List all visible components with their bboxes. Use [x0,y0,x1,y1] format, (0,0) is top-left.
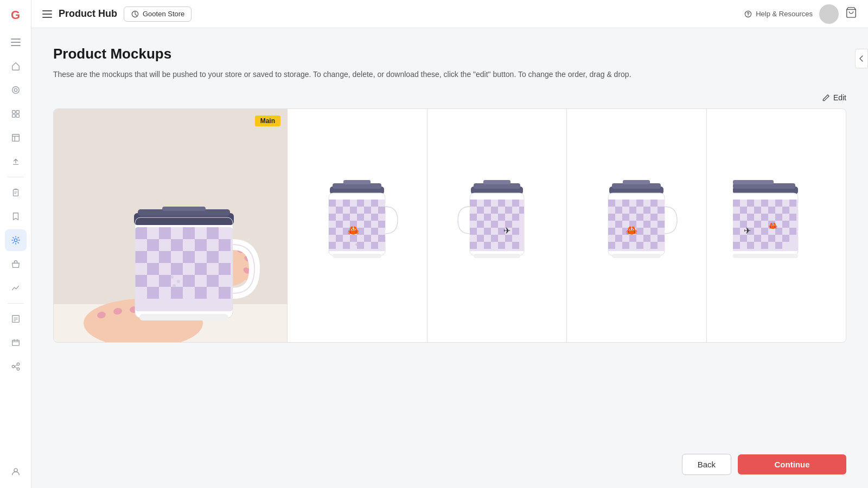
svg-rect-5 [12,111,15,113]
help-resources-label: Help & Resources [756,10,813,18]
svg-rect-8 [16,114,18,117]
svg-rect-148 [477,221,484,228]
page-title: Product Mockups [53,46,846,62]
svg-point-128 [352,240,354,242]
svg-rect-1 [11,42,21,43]
sidebar-item-orders[interactable] [5,79,27,101]
svg-point-88 [170,275,174,279]
svg-rect-107 [343,214,350,221]
svg-rect-110 [336,221,343,228]
svg-rect-182 [650,214,658,221]
svg-rect-122 [329,242,336,249]
svg-rect-105 [378,207,385,214]
help-resources-button[interactable]: Help & Resources [744,10,813,18]
sidebar-item-analytics[interactable] [5,277,27,299]
sidebar-item-clipboard[interactable] [5,182,27,203]
continue-button[interactable]: Continue [738,454,846,474]
sidebar-divider-1 [8,177,24,177]
mockup-thumb-4[interactable]: ✈ 🦀 [707,109,846,342]
svg-rect-2 [11,45,21,46]
sidebar-item-upload[interactable] [5,151,27,172]
sidebar-divider-2 [8,303,24,304]
svg-rect-76 [171,263,183,275]
edit-button[interactable]: Edit [822,93,846,102]
mockup-thumb-2[interactable]: ✈ [427,109,567,342]
svg-rect-31 [42,14,52,15]
svg-rect-7 [12,114,15,117]
svg-rect-185 [643,221,650,228]
svg-text:🦀: 🦀 [347,224,360,236]
svg-rect-203 [733,180,774,184]
svg-rect-103 [350,207,357,214]
mockup-thumbnails: 🦀 [287,109,846,342]
content-area: Product Mockups These are the mockups th… [31,28,868,441]
svg-rect-227 [761,228,768,235]
sidebar-item-products[interactable] [5,103,27,125]
svg-rect-224 [782,221,789,228]
svg-rect-120 [364,235,371,242]
svg-rect-83 [147,287,159,299]
svg-rect-172 [622,200,629,207]
sidebar-item-integrations[interactable] [5,356,27,377]
cart-icon[interactable] [845,7,857,21]
sidebar-item-bookmark[interactable] [5,206,27,227]
svg-rect-196 [622,242,629,249]
svg-rect-102 [336,207,343,214]
svg-point-15 [14,239,17,241]
svg-rect-114 [329,228,336,235]
sidebar-item-account[interactable] [5,461,27,483]
svg-rect-72 [159,251,171,263]
sidebar-item-menu[interactable] [5,31,27,53]
svg-rect-125 [371,242,378,249]
svg-rect-140 [477,207,484,214]
sidebar-item-history[interactable] [5,332,27,354]
sidebar-item-store[interactable] [5,253,27,275]
svg-rect-210 [775,200,782,207]
store-button[interactable]: Gooten Store [124,7,192,22]
svg-rect-186 [658,221,665,228]
svg-rect-216 [733,214,740,221]
svg-rect-174 [650,200,658,207]
mockup-main-image[interactable]: Main [54,109,287,342]
svg-rect-117 [371,228,378,235]
svg-rect-176 [629,207,636,214]
svg-rect-99 [343,200,350,207]
mockup-thumb-1[interactable]: 🦀 [288,109,427,342]
svg-rect-171 [608,200,615,207]
svg-rect-70 [219,239,231,251]
sidebar-item-templates[interactable] [5,127,27,149]
svg-rect-77 [195,263,207,275]
collapse-panel-button[interactable] [855,49,868,68]
sidebar-item-reports[interactable] [5,308,27,330]
svg-rect-141 [491,207,498,214]
svg-rect-75 [147,263,159,275]
sidebar: G [0,0,31,488]
sidebar-item-settings[interactable] [5,229,27,251]
svg-rect-229 [789,228,796,235]
svg-point-26 [17,368,20,370]
svg-rect-136 [470,200,477,207]
svg-rect-173 [636,200,643,207]
svg-rect-68 [171,239,183,251]
svg-rect-64 [159,227,171,239]
mockup-thumb-3[interactable]: 🦀 [567,109,707,342]
svg-rect-144 [470,214,477,221]
svg-rect-154 [512,228,519,235]
back-button[interactable]: Back [682,454,731,475]
svg-rect-161 [512,242,519,249]
sidebar-item-home[interactable] [5,55,27,77]
svg-rect-230 [740,235,747,242]
svg-rect-65 [183,227,195,239]
app-logo[interactable]: G [6,5,25,25]
svg-rect-6 [16,111,18,113]
svg-rect-123 [343,242,350,249]
svg-rect-69 [195,239,207,251]
svg-rect-106 [329,214,336,221]
svg-rect-183 [615,221,622,228]
user-avatar[interactable] [819,4,839,24]
header-menu-icon[interactable] [42,10,52,18]
svg-rect-142 [505,207,512,214]
svg-rect-212 [740,207,747,214]
svg-rect-66 [207,227,219,239]
store-button-label: Gooten Store [143,10,184,18]
